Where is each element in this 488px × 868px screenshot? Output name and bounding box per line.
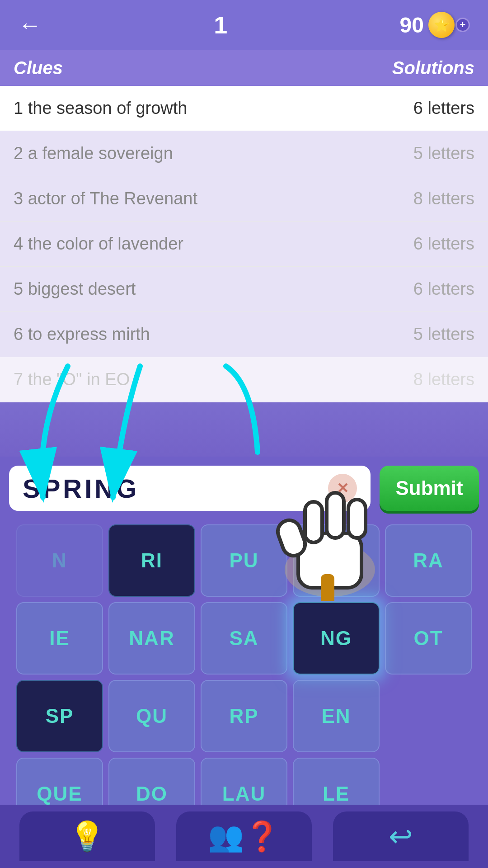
tile-SP[interactable]: SP	[16, 680, 103, 752]
clue-text-5: 5 biggest desert	[14, 279, 136, 299]
coins-display: 90 ⭐ +	[400, 12, 470, 38]
clue-text-4: 4 the color of lavender	[14, 234, 183, 254]
level-number: 1	[214, 11, 227, 39]
clue-row-5[interactable]: 5 biggest desert 6 letters	[0, 267, 488, 312]
tile-row-1: N RI PU LEO RA	[5, 524, 483, 597]
back-button[interactable]: ←	[18, 11, 42, 38]
clue-text-7: 7 the "O" in EO	[14, 370, 130, 389]
tile-RP[interactable]: RP	[201, 680, 287, 752]
undo-nav-item[interactable]: ↩	[333, 811, 469, 861]
clue-row-7[interactable]: 7 the "O" in EO 8 letters	[0, 357, 488, 402]
header: ← 1 90 ⭐ +	[0, 0, 488, 50]
clue-letters-1: 6 letters	[413, 99, 474, 118]
tile-NG[interactable]: NG	[293, 602, 380, 675]
clue-text-2: 2 a female sovereign	[14, 144, 173, 163]
tile-PU[interactable]: PU	[201, 524, 287, 597]
clue-row-2[interactable]: 2 a female sovereign 5 letters	[0, 131, 488, 176]
clue-row-1[interactable]: 1 the season of growth 6 letters	[0, 86, 488, 131]
tile-OT[interactable]: OT	[385, 602, 472, 675]
clear-button[interactable]	[328, 474, 357, 503]
clue-row-6[interactable]: 6 to express mirth 5 letters	[0, 312, 488, 357]
clue-text-6: 6 to express mirth	[14, 325, 150, 344]
clue-letters-2: 5 letters	[413, 144, 474, 163]
tile-N[interactable]: N	[16, 524, 103, 597]
clues-bar: Clues Solutions	[0, 50, 488, 86]
answer-text: SPRING	[23, 473, 139, 504]
clue-text-3: 3 actor of The Revenant	[14, 189, 197, 208]
tile-row-2: IE NAR SA NG OT	[5, 602, 483, 675]
clue-letters-7: 8 letters	[413, 370, 474, 389]
team-icon: 👥❓	[208, 820, 280, 854]
tile-RA[interactable]: RA	[385, 524, 472, 597]
clue-text-1: 1 the season of growth	[14, 99, 187, 118]
clue-row-3[interactable]: 3 actor of The Revenant 8 letters	[0, 176, 488, 222]
tile-QU[interactable]: QU	[108, 680, 195, 752]
bottom-nav: 💡 👥❓ ↩	[0, 805, 488, 868]
tile-EN[interactable]: EN	[293, 680, 380, 752]
coin-icon: ⭐	[428, 12, 455, 38]
answer-input-box: SPRING	[9, 466, 371, 511]
clue-letters-6: 5 letters	[413, 325, 474, 344]
submit-button[interactable]: Submit	[380, 466, 479, 511]
undo-icon: ↩	[389, 820, 413, 853]
hint-icon: 💡	[69, 820, 105, 854]
solutions-label: Solutions	[392, 58, 474, 78]
clue-letters-5: 6 letters	[413, 279, 474, 299]
submit-label: Submit	[395, 477, 463, 500]
tile-row-3: SP QU RP EN	[5, 680, 483, 752]
answer-area: SPRING Submit	[0, 457, 488, 520]
clue-row-4[interactable]: 4 the color of lavender 6 letters	[0, 222, 488, 267]
tile-SA[interactable]: SA	[201, 602, 287, 675]
add-coins-button[interactable]: +	[455, 18, 470, 32]
coins-value: 90	[400, 13, 424, 38]
clues-list: 1 the season of growth 6 letters 2 a fem…	[0, 86, 488, 402]
clue-letters-3: 8 letters	[413, 189, 474, 208]
clues-label: Clues	[14, 58, 63, 78]
app-container: ← 1 90 ⭐ + Clues Solutions 1 the season …	[0, 0, 488, 868]
tile-NAR[interactable]: NAR	[108, 602, 195, 675]
team-nav-item[interactable]: 👥❓	[176, 811, 312, 861]
clue-letters-4: 6 letters	[413, 234, 474, 254]
tile-LEO[interactable]: LEO	[293, 524, 380, 597]
clues-fade	[0, 402, 488, 457]
tile-IE[interactable]: IE	[16, 602, 103, 675]
hint-nav-item[interactable]: 💡	[19, 811, 155, 861]
tile-RI[interactable]: RI	[108, 524, 195, 597]
